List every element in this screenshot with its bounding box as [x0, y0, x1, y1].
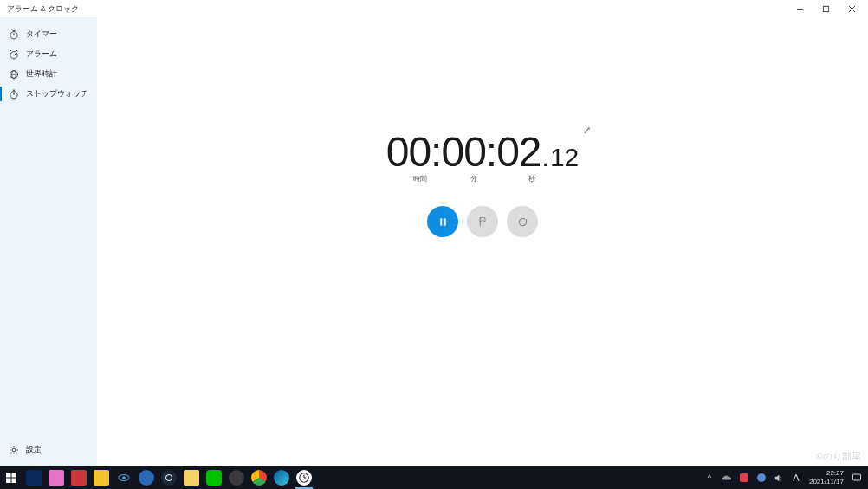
- main-content: ⤢ 00 : 00 : 02 . 12 時間 分 秒: [97, 17, 868, 466]
- expand-icon[interactable]: ⤢: [583, 125, 591, 136]
- taskbar-app-3[interactable]: [68, 466, 90, 489]
- lap-button[interactable]: [467, 206, 498, 237]
- svg-line-8: [14, 54, 16, 55]
- time-hours: 00: [386, 128, 431, 176]
- tray-onedrive-icon[interactable]: [719, 466, 735, 489]
- svg-rect-19: [440, 218, 442, 225]
- tray-clock[interactable]: 22:27 2021/11/17: [806, 469, 847, 486]
- label-minutes: 分: [445, 174, 502, 183]
- taskbar-explorer[interactable]: [180, 466, 203, 489]
- stopwatch-display: 00 : 00 : 02 . 12 時間 分 秒: [386, 128, 580, 183]
- stopwatch-icon: [9, 89, 19, 100]
- sidebar-item-stopwatch[interactable]: ストップウォッチ: [0, 84, 97, 104]
- tray-notifications-icon[interactable]: [849, 466, 865, 489]
- pause-button[interactable]: [427, 206, 458, 237]
- svg-rect-1: [823, 6, 828, 11]
- taskbar-chrome[interactable]: [248, 466, 270, 489]
- taskbar-app-6[interactable]: [135, 466, 158, 489]
- taskbar: ^ A 22:27 2021/11/17: [0, 466, 868, 489]
- minimize-button[interactable]: [787, 0, 813, 17]
- time-dot: .: [542, 143, 549, 172]
- start-button[interactable]: [0, 466, 23, 489]
- taskbar-app-4[interactable]: [90, 466, 113, 489]
- taskbar-app-5[interactable]: [113, 466, 135, 489]
- globe-icon: [9, 69, 19, 80]
- sidebar-item-worldclock[interactable]: 世界時計: [0, 64, 97, 84]
- taskbar-app-10[interactable]: [225, 466, 248, 489]
- taskbar-line[interactable]: [203, 466, 225, 489]
- alarm-icon: [9, 49, 19, 60]
- svg-rect-22: [12, 473, 17, 478]
- taskbar-app-2[interactable]: [45, 466, 68, 489]
- svg-line-9: [10, 50, 12, 51]
- svg-line-10: [16, 50, 18, 51]
- taskbar-right: ^ A 22:27 2021/11/17: [702, 466, 868, 489]
- tray-date: 2021/11/17: [809, 478, 844, 486]
- time-seconds: 02: [496, 128, 541, 176]
- sidebar-item-label: 設定: [26, 444, 42, 455]
- tray-chevron-icon[interactable]: ^: [702, 466, 717, 489]
- sidebar: タイマー アラーム 世界時計: [0, 17, 97, 466]
- svg-point-18: [12, 448, 16, 452]
- sidebar-item-label: アラーム: [26, 48, 57, 60]
- app-window: アラーム & クロック タイマー: [0, 0, 868, 466]
- timer-icon: [9, 29, 19, 40]
- taskbar-alarms[interactable]: [293, 466, 315, 489]
- sidebar-item-label: ストップウォッチ: [26, 88, 88, 100]
- window-title: アラーム & クロック: [7, 3, 79, 15]
- reset-button[interactable]: [507, 206, 538, 237]
- app-body: タイマー アラーム 世界時計: [0, 17, 868, 466]
- maximize-button[interactable]: [813, 0, 839, 17]
- svg-rect-24: [12, 479, 17, 484]
- time-centiseconds: 12: [550, 143, 579, 172]
- stopwatch-controls: [427, 206, 538, 237]
- sidebar-items: タイマー アラーム 世界時計: [0, 24, 97, 440]
- time-labels: 時間 分 秒: [386, 174, 580, 183]
- svg-rect-21: [6, 473, 11, 478]
- close-button[interactable]: [839, 0, 865, 17]
- label-seconds: 秒: [502, 174, 561, 183]
- taskbar-left: [0, 466, 315, 489]
- svg-rect-20: [444, 218, 445, 225]
- time-minutes: 00: [441, 128, 485, 176]
- time-sep1: :: [431, 128, 441, 176]
- svg-rect-23: [6, 479, 11, 484]
- tray-time: 22:27: [809, 469, 844, 478]
- taskbar-steam[interactable]: [158, 466, 180, 489]
- sidebar-item-label: 世界時計: [26, 68, 57, 80]
- time-readout: 00 : 00 : 02 . 12: [386, 128, 580, 176]
- titlebar-controls: [787, 0, 865, 17]
- svg-rect-30: [853, 474, 861, 480]
- titlebar: アラーム & クロック: [0, 0, 868, 17]
- tray-app-icon[interactable]: [754, 466, 769, 489]
- tray-ime[interactable]: A: [788, 466, 804, 489]
- taskbar-edge[interactable]: [270, 466, 293, 489]
- label-hours: 時間: [395, 174, 445, 183]
- sidebar-item-alarm[interactable]: アラーム: [0, 44, 97, 64]
- watermark: ©のり部屋: [816, 450, 861, 463]
- tray-app-red-icon[interactable]: [736, 466, 752, 489]
- gear-icon: [9, 445, 19, 455]
- sidebar-item-settings[interactable]: 設定: [0, 440, 97, 460]
- sidebar-bottom: 設定: [0, 440, 97, 466]
- svg-point-26: [122, 476, 126, 479]
- sidebar-item-label: タイマー: [26, 29, 57, 40]
- time-sep2: :: [486, 128, 496, 176]
- tray-volume-icon[interactable]: [771, 466, 787, 489]
- sidebar-item-timer[interactable]: タイマー: [0, 24, 97, 44]
- taskbar-app-1[interactable]: [23, 466, 45, 489]
